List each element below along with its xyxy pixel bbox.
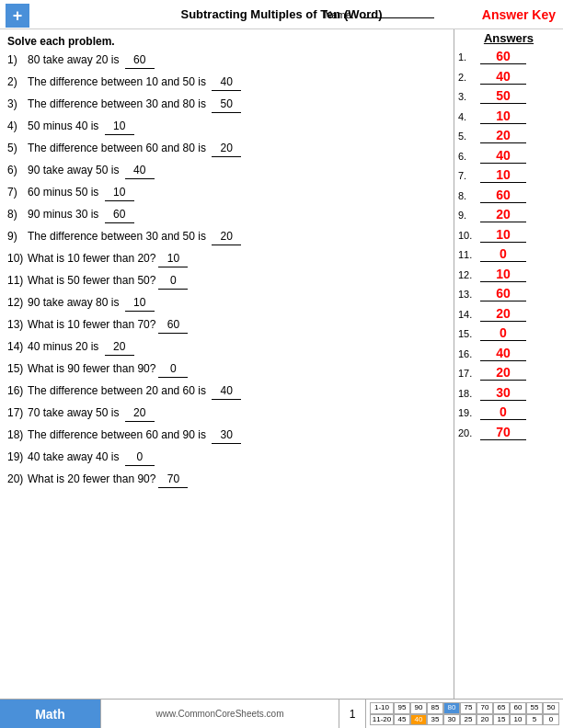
problem-row: 19)40 take away 40 is 0 bbox=[7, 449, 446, 466]
header: + Subtracting Multiples of Ten (Word) Na… bbox=[0, 0, 563, 29]
name-label: Name: bbox=[325, 9, 434, 20]
answer-value: 20 bbox=[480, 128, 526, 143]
answer-blank[interactable]: 40 bbox=[212, 74, 241, 91]
answer-row: 3.50 bbox=[458, 88, 559, 104]
answer-blank[interactable]: 40 bbox=[125, 162, 155, 179]
answer-blank[interactable]: 70 bbox=[158, 471, 188, 488]
problem-number: 17) bbox=[7, 404, 28, 421]
footer-table-cell: 20 bbox=[477, 714, 493, 725]
answer-value: 10 bbox=[480, 227, 526, 243]
answer-value: 40 bbox=[480, 346, 526, 361]
footer-table-cell: 75 bbox=[460, 702, 477, 713]
problem-text: The difference between 60 and 90 is 30 bbox=[28, 427, 446, 444]
answer-blank[interactable]: 50 bbox=[212, 96, 241, 113]
problem-text: 70 take away 50 is 20 bbox=[28, 404, 446, 422]
problem-text: What is 10 fewer than 70?60 bbox=[28, 316, 446, 334]
problem-row: 9)The difference between 30 and 50 is 20 bbox=[7, 228, 446, 245]
answer-blank[interactable]: 60 bbox=[158, 316, 188, 334]
footer: Math www.CommonCoreSheets.com 1 1-109590… bbox=[0, 699, 563, 728]
footer-table-cell: 50 bbox=[543, 702, 559, 713]
problem-number: 4) bbox=[7, 118, 28, 134]
answer-row: 18.30 bbox=[458, 385, 559, 401]
problem-text: What is 20 fewer than 90?70 bbox=[28, 471, 446, 488]
footer-table-cell: 85 bbox=[427, 702, 443, 713]
answer-number: 5. bbox=[458, 131, 480, 142]
answer-number: 11. bbox=[458, 249, 480, 260]
answer-row: 7.10 bbox=[458, 167, 559, 183]
answer-blank[interactable]: 30 bbox=[212, 427, 241, 444]
problem-row: 14)40 minus 20 is 20 bbox=[7, 338, 446, 356]
answer-number: 14. bbox=[458, 309, 480, 320]
problems-list: 1)80 take away 20 is 602)The difference … bbox=[7, 51, 446, 488]
answer-blank[interactable]: 0 bbox=[158, 272, 188, 290]
answer-blank[interactable]: 20 bbox=[125, 404, 155, 422]
footer-table-cell: 0 bbox=[543, 714, 559, 725]
problem-number: 2) bbox=[7, 74, 28, 90]
problem-number: 20) bbox=[7, 471, 28, 487]
footer-table-label: 1-10 bbox=[370, 702, 394, 713]
answer-number: 20. bbox=[458, 427, 480, 438]
answer-blank[interactable]: 10 bbox=[158, 250, 188, 267]
answer-row: 1.60 bbox=[458, 49, 559, 64]
answer-blank[interactable]: 10 bbox=[105, 118, 134, 135]
answer-blank[interactable]: 20 bbox=[105, 338, 134, 356]
answer-number: 3. bbox=[458, 91, 480, 102]
page: + Subtracting Multiples of Ten (Word) Na… bbox=[0, 0, 563, 728]
footer-table-cell: 90 bbox=[410, 702, 427, 713]
answer-value: 20 bbox=[480, 306, 526, 322]
answer-number: 15. bbox=[458, 328, 480, 339]
answer-value: 40 bbox=[480, 148, 526, 164]
problem-row: 4)50 minus 40 is 10 bbox=[7, 118, 446, 135]
answers-header: Answers bbox=[458, 31, 559, 45]
problem-row: 6)90 take away 50 is 40 bbox=[7, 162, 446, 179]
problem-row: 18)The difference between 60 and 90 is 3… bbox=[7, 427, 446, 444]
answer-blank[interactable]: 0 bbox=[125, 449, 155, 466]
answer-value: 60 bbox=[480, 49, 526, 64]
footer-table-cell: 55 bbox=[526, 702, 543, 713]
answer-blank[interactable]: 20 bbox=[212, 140, 241, 157]
problem-row: 16)The difference between 20 and 60 is 4… bbox=[7, 382, 446, 400]
answer-blank[interactable]: 0 bbox=[158, 360, 188, 378]
answer-value: 20 bbox=[480, 365, 526, 381]
footer-table-cell: 70 bbox=[477, 702, 493, 713]
answer-blank[interactable]: 10 bbox=[105, 184, 134, 201]
footer-page-number: 1 bbox=[339, 700, 366, 728]
answer-row: 20.70 bbox=[458, 425, 559, 440]
problem-text: What is 90 fewer than 90?0 bbox=[28, 360, 446, 378]
problem-number: 11) bbox=[7, 272, 28, 289]
answer-number: 19. bbox=[458, 407, 480, 418]
answer-row: 11.0 bbox=[458, 246, 559, 262]
footer-table-row: 11-20454035302520151050 bbox=[370, 714, 559, 725]
problem-text: The difference between 20 and 60 is 40 bbox=[28, 382, 446, 400]
answer-number: 10. bbox=[458, 230, 480, 241]
footer-table-cell: 80 bbox=[443, 702, 460, 713]
answer-number: 12. bbox=[458, 269, 480, 280]
answer-blank[interactable]: 60 bbox=[105, 206, 134, 223]
problem-number: 7) bbox=[7, 184, 28, 200]
answer-blank[interactable]: 20 bbox=[212, 228, 241, 245]
problem-row: 3)The difference between 30 and 80 is 50 bbox=[7, 96, 446, 113]
answer-number: 2. bbox=[458, 72, 480, 83]
answer-row: 4.10 bbox=[458, 108, 559, 124]
answer-value: 30 bbox=[480, 385, 526, 401]
footer-table-cell: 65 bbox=[493, 702, 510, 713]
footer-table-cell: 35 bbox=[427, 714, 443, 725]
answer-row: 12.10 bbox=[458, 267, 559, 282]
answer-blank[interactable]: 10 bbox=[125, 294, 155, 312]
problem-row: 1)80 take away 20 is 60 bbox=[7, 51, 446, 69]
answer-value: 0 bbox=[480, 404, 526, 420]
answer-blank[interactable]: 60 bbox=[125, 51, 155, 69]
answer-row: 10.10 bbox=[458, 227, 559, 243]
answer-blank[interactable]: 40 bbox=[212, 382, 241, 400]
answer-row: 2.40 bbox=[458, 69, 559, 85]
answer-value: 40 bbox=[480, 69, 526, 85]
answers-list: 1.602.403.504.105.206.407.108.609.2010.1… bbox=[458, 49, 559, 440]
answer-row: 8.60 bbox=[458, 188, 559, 203]
footer-table-cell: 15 bbox=[493, 714, 510, 725]
problem-row: 17)70 take away 50 is 20 bbox=[7, 404, 446, 422]
footer-table-cell: 60 bbox=[510, 702, 526, 713]
problem-text: 90 take away 50 is 40 bbox=[28, 162, 446, 179]
answer-key-label: Answer Key bbox=[482, 7, 556, 22]
answer-value: 0 bbox=[480, 325, 526, 341]
problem-row: 2)The difference between 10 and 50 is 40 bbox=[7, 74, 446, 91]
